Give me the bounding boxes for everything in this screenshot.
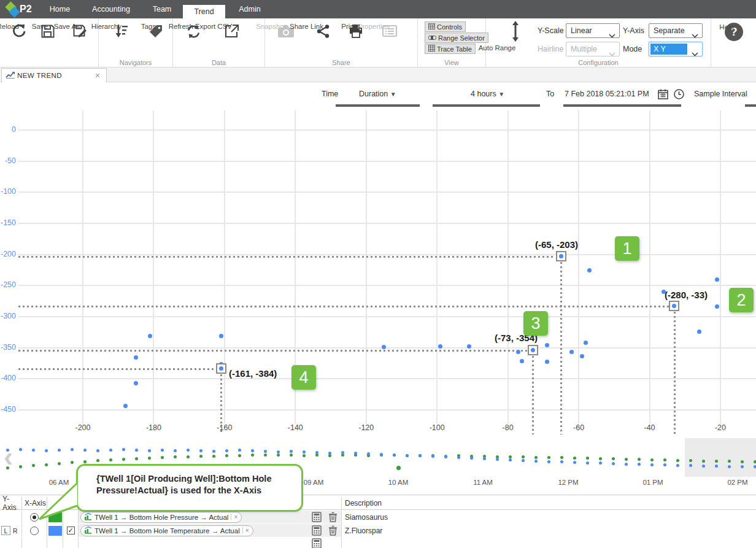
data-point[interactable] xyxy=(715,304,719,309)
data-point[interactable] xyxy=(123,404,128,408)
header-y-axis: Y-Axis xyxy=(0,496,22,509)
y-tick-label: -150 xyxy=(0,218,16,227)
xy-scatter-chart[interactable]: -200-180-160-140-120-100-80-60-40-200-50… xyxy=(0,108,756,436)
data-point[interactable] xyxy=(672,304,676,308)
range-dot-temperature xyxy=(406,454,409,457)
calculator-icon-row3[interactable] xyxy=(312,538,322,548)
selected-point-marker[interactable] xyxy=(556,251,566,261)
data-point[interactable] xyxy=(219,334,223,338)
properties-button: Properties xyxy=(369,20,410,41)
controls-toggle[interactable]: Controls xyxy=(425,21,466,32)
group-label-data: Data xyxy=(173,59,264,66)
crosshair-vertical xyxy=(220,374,222,434)
trace-visible-checkbox-row2[interactable]: ✓ xyxy=(67,527,75,534)
selected-point-marker[interactable] xyxy=(528,345,538,355)
crosshair-horizontal xyxy=(18,256,555,258)
range-dot-pressure xyxy=(45,463,48,466)
data-point[interactable] xyxy=(545,343,549,347)
x-axis-radio-row2[interactable] xyxy=(30,527,39,535)
y-axis-select[interactable]: Separate xyxy=(649,23,703,38)
data-point[interactable] xyxy=(587,268,592,272)
range-dot-temperature xyxy=(264,450,267,453)
y-axis-left-button[interactable]: L xyxy=(1,526,10,535)
range-dot-pressure xyxy=(573,457,576,460)
group-label-navigators: Navigators xyxy=(99,59,172,66)
chevron-down-icon xyxy=(609,29,615,42)
p2-logo[interactable]: P2 xyxy=(2,1,34,17)
menu-admin[interactable]: Admin xyxy=(238,0,261,18)
range-dot-temperature xyxy=(612,462,615,465)
data-point[interactable] xyxy=(516,350,520,354)
p2-trend-app: P2 Home Accounting Team Trend Admin Relo… xyxy=(0,0,756,548)
data-point[interactable] xyxy=(545,360,549,364)
data-point[interactable] xyxy=(531,348,535,352)
share-link-button[interactable]: Share Link xyxy=(304,20,342,41)
range-dot-pressure xyxy=(199,455,202,458)
range-dot-pressure xyxy=(689,459,692,462)
selected-point-marker[interactable] xyxy=(669,301,679,311)
y-tick-label: -200 xyxy=(0,250,16,258)
auto-range-button[interactable]: Auto Range xyxy=(497,21,534,44)
data-point[interactable] xyxy=(134,355,138,360)
calendar-picker-icon[interactable] xyxy=(658,89,668,102)
x-tick-label: -160 xyxy=(209,423,240,432)
reload-button[interactable]: Reload xyxy=(5,20,33,41)
range-selected-window[interactable] xyxy=(685,438,756,477)
trace-color-swatch-row2[interactable] xyxy=(48,526,62,536)
data-point[interactable] xyxy=(584,341,588,345)
mode-select[interactable]: X Y xyxy=(649,42,703,56)
duration-dropdown[interactable]: Duration ▼ xyxy=(359,90,396,98)
data-point[interactable] xyxy=(569,350,574,354)
gridline-horizontal xyxy=(18,223,756,224)
annotation-number-badge: 4 xyxy=(291,365,316,390)
tab-close-icon[interactable]: × xyxy=(93,71,102,80)
y-tick-label: -350 xyxy=(0,343,16,352)
menu-team[interactable]: Team xyxy=(150,0,174,18)
data-point[interactable] xyxy=(559,254,563,258)
calculator-icon-row2[interactable] xyxy=(312,525,322,538)
tab-new-trend[interactable]: NEW TREND × xyxy=(1,68,107,82)
help-button[interactable]: ? Help xyxy=(722,21,746,42)
chevron-down-icon xyxy=(692,29,698,42)
data-point[interactable] xyxy=(715,277,719,282)
data-point[interactable] xyxy=(219,366,223,371)
clock-picker-icon[interactable] xyxy=(674,89,684,102)
y-tick-label: 0 xyxy=(0,125,16,134)
menu-home[interactable]: Home xyxy=(46,0,74,18)
data-point[interactable] xyxy=(467,344,471,349)
range-selector-toggle[interactable]: Range Selector xyxy=(425,33,488,43)
selected-point-marker[interactable] xyxy=(216,363,226,374)
trace-pill-row2[interactable]: TWell 1 → Bottom Hole Temperature → Actu… xyxy=(80,525,253,536)
menu-trend[interactable]: Trend xyxy=(183,5,225,18)
range-dot-temperature xyxy=(728,465,731,468)
data-point[interactable] xyxy=(148,334,152,338)
data-point[interactable] xyxy=(697,330,701,334)
trash-icon-row2[interactable] xyxy=(328,525,338,538)
hierarchy-button[interactable]: Hierarchy xyxy=(104,20,139,41)
data-point[interactable] xyxy=(382,345,386,349)
calculator-icon-row1[interactable] xyxy=(312,512,322,524)
trace-table-toggle[interactable]: Trace Table xyxy=(425,44,476,54)
export-csv-button[interactable]: Export CSV xyxy=(212,20,252,41)
tags-button[interactable]: Tags xyxy=(142,20,170,41)
ribbon-group-file: Reload Save Save As xyxy=(0,18,99,67)
gridline-horizontal xyxy=(18,285,756,286)
data-point[interactable] xyxy=(580,354,584,358)
ribbon-group-view: Controls Range Selector Trace Table View xyxy=(418,18,486,67)
gridline-horizontal xyxy=(18,254,756,255)
y-tick-label: -100 xyxy=(0,187,16,196)
remove-trace-icon[interactable]: × xyxy=(242,527,252,534)
y-scale-select[interactable]: Linear xyxy=(566,23,620,38)
trash-icon-row1[interactable] xyxy=(328,512,338,524)
range-dot-temperature xyxy=(174,449,177,452)
remove-trace-icon[interactable]: × xyxy=(231,514,240,520)
data-point[interactable] xyxy=(134,381,138,385)
data-point[interactable] xyxy=(520,359,524,363)
scroll-left-chevron-icon[interactable]: ‹ xyxy=(4,444,13,469)
trace-pill-row1[interactable]: TWell 1 → Bottom Hole Pressure → Actual … xyxy=(80,512,242,523)
trace-table-icon xyxy=(428,45,435,53)
y-axis-right-button[interactable]: R xyxy=(13,527,18,534)
menu-accounting[interactable]: Accounting xyxy=(91,0,131,18)
end-datetime-value[interactable]: 7 Feb 2018 05:21:01 PM xyxy=(565,90,649,98)
duration-value-dropdown[interactable]: 4 hours ▼ xyxy=(471,90,504,98)
